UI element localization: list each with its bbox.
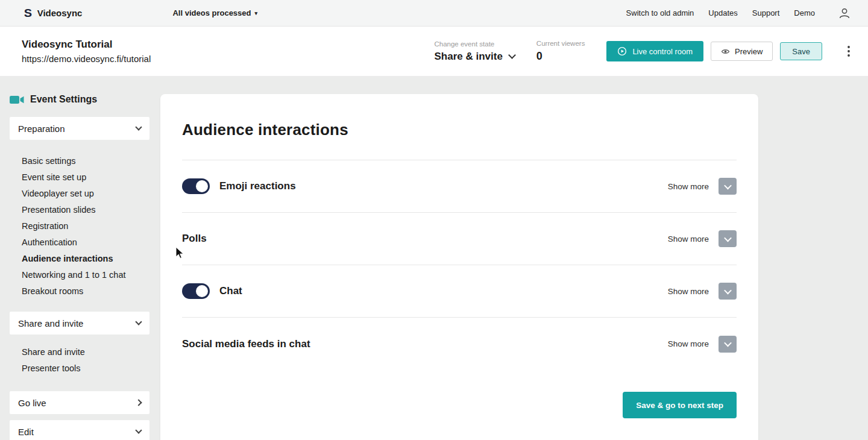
more-options-button[interactable] — [844, 46, 850, 57]
chevron-down-icon — [135, 427, 142, 433]
video-camera-icon — [10, 95, 24, 104]
sidebar-item-presentation-slides[interactable]: Presentation slides — [22, 202, 149, 218]
show-more-link[interactable]: Show more — [668, 182, 709, 191]
brand[interactable]: S Videosync — [24, 7, 82, 19]
event-actions: Change event state Share & invite Curren… — [434, 40, 850, 63]
event-meta: Videosync Tutorial https://demo.videosyn… — [22, 39, 151, 64]
expand-row-button[interactable] — [719, 283, 737, 300]
preparation-items: Basic settings Event site set up Videopl… — [10, 153, 149, 300]
chevron-down-icon — [724, 339, 732, 347]
expand-row-button[interactable] — [719, 230, 737, 247]
share-invite-items: Share and invite Presenter tools — [10, 344, 149, 377]
kebab-menu-icon — [848, 46, 850, 57]
save-and-next-button[interactable]: Save & go to next step — [623, 392, 737, 418]
link-updates[interactable]: Updates — [708, 8, 737, 17]
link-support[interactable]: Support — [752, 8, 780, 17]
eye-icon — [721, 47, 730, 56]
caret-down-icon: ▾ — [255, 10, 258, 16]
interaction-row-polls: Polls Show more — [182, 213, 737, 265]
interaction-label: Emoji reactions — [219, 180, 296, 192]
section-label: Go live — [18, 398, 46, 408]
section-label: Preparation — [18, 124, 65, 134]
live-control-room-label: Live control room — [632, 47, 693, 56]
sidebar-item-breakout-rooms[interactable]: Breakout rooms — [22, 283, 149, 300]
viewers-block: Current viewers 0 — [536, 40, 585, 63]
brand-name: Videosync — [37, 8, 83, 18]
chevron-down-icon — [135, 318, 142, 325]
chevron-down-icon — [724, 286, 732, 294]
top-links: Switch to old admin Updates Support Demo — [626, 7, 851, 20]
interaction-label: Social media feeds in chat — [182, 338, 310, 350]
show-more-link[interactable]: Show more — [668, 234, 709, 244]
sidebar-item-authentication[interactable]: Authentication — [22, 234, 149, 251]
sidebar-item-basic-settings[interactable]: Basic settings — [22, 153, 149, 169]
expand-row-button[interactable] — [719, 336, 737, 353]
sidebar-item-share-and-invite[interactable]: Share and invite — [22, 344, 149, 360]
chevron-down-icon — [724, 234, 732, 242]
section-label: Share and invite — [18, 318, 83, 328]
save-button[interactable]: Save — [780, 42, 822, 60]
user-icon — [838, 7, 851, 20]
sidebar-item-networking-1to1-chat[interactable]: Networking and 1 to 1 chat — [22, 267, 149, 283]
viewers-label: Current viewers — [536, 40, 585, 47]
link-demo[interactable]: Demo — [794, 8, 815, 17]
sidebar-heading-label: Event Settings — [30, 94, 97, 105]
event-header: Videosync Tutorial https://demo.videosyn… — [0, 27, 868, 76]
sidebar-item-event-site-set-up[interactable]: Event site set up — [22, 169, 149, 186]
sidebar-section-share-and-invite[interactable]: Share and invite — [10, 312, 149, 335]
sidebar-item-presenter-tools[interactable]: Presenter tools — [22, 360, 149, 377]
row-actions: Show more — [668, 336, 737, 353]
preview-button[interactable]: Preview — [711, 42, 773, 61]
videosync-logo-icon: S — [24, 7, 32, 19]
topbar: S Videosync All videos processed ▾ Switc… — [0, 0, 868, 27]
audience-interactions-panel: Audience interactions Emoji reactions Sh… — [160, 94, 758, 440]
sidebar-section-go-live[interactable]: Go live — [10, 391, 149, 414]
interaction-row-emoji-reactions: Emoji reactions Show more — [182, 160, 737, 213]
chevron-right-icon — [135, 399, 142, 406]
chat-toggle[interactable] — [182, 283, 210, 299]
event-state-value: Share & invite — [434, 51, 502, 63]
viewers-count: 0 — [536, 50, 585, 63]
page-title: Audience interactions — [182, 94, 737, 139]
user-account-button[interactable] — [838, 7, 851, 20]
sidebar-item-videoplayer-set-up[interactable]: Videoplayer set up — [22, 186, 149, 202]
chevron-down-icon — [135, 124, 142, 130]
chevron-down-icon — [724, 181, 732, 189]
expand-row-button[interactable] — [719, 178, 737, 195]
sidebar: Event Settings Preparation Basic setting… — [10, 94, 149, 440]
show-more-link[interactable]: Show more — [668, 287, 709, 296]
event-title: Videosync Tutorial — [22, 39, 151, 51]
header-buttons: Live control room Preview Save — [606, 41, 822, 61]
row-actions: Show more — [668, 230, 737, 247]
content: Event Settings Preparation Basic setting… — [0, 76, 868, 440]
interaction-row-social-media-feeds: Social media feeds in chat Show more — [182, 318, 737, 370]
emoji-reactions-toggle[interactable] — [182, 178, 210, 194]
link-switch-old-admin[interactable]: Switch to old admin — [626, 8, 694, 17]
chevron-down-icon — [508, 51, 516, 59]
interaction-label: Polls — [182, 233, 207, 245]
show-more-link[interactable]: Show more — [668, 339, 709, 348]
save-next-wrap: Save & go to next step — [182, 392, 737, 418]
preview-label: Preview — [735, 47, 763, 56]
event-state-dropdown[interactable]: Share & invite — [434, 51, 514, 63]
event-url[interactable]: https://demo.videosync.fi/tutorial — [22, 54, 151, 64]
event-state-block: Change event state Share & invite — [434, 40, 514, 63]
videos-processed-dropdown[interactable]: All videos processed ▾ — [172, 8, 257, 17]
event-state-label: Change event state — [434, 40, 514, 48]
sidebar-heading: Event Settings — [10, 94, 149, 105]
broadcast-icon — [617, 46, 627, 56]
videos-processed-label: All videos processed — [172, 8, 251, 17]
sidebar-section-preparation[interactable]: Preparation — [10, 117, 149, 140]
row-actions: Show more — [668, 178, 737, 195]
interaction-row-chat: Chat Show more — [182, 265, 737, 318]
sidebar-item-audience-interactions[interactable]: Audience interactions — [22, 251, 149, 267]
row-actions: Show more — [668, 283, 737, 300]
section-label: Edit — [18, 427, 34, 437]
sidebar-section-edit[interactable]: Edit — [10, 420, 149, 440]
sidebar-item-registration[interactable]: Registration — [22, 218, 149, 234]
live-control-room-button[interactable]: Live control room — [606, 41, 703, 61]
interaction-label: Chat — [219, 285, 242, 297]
